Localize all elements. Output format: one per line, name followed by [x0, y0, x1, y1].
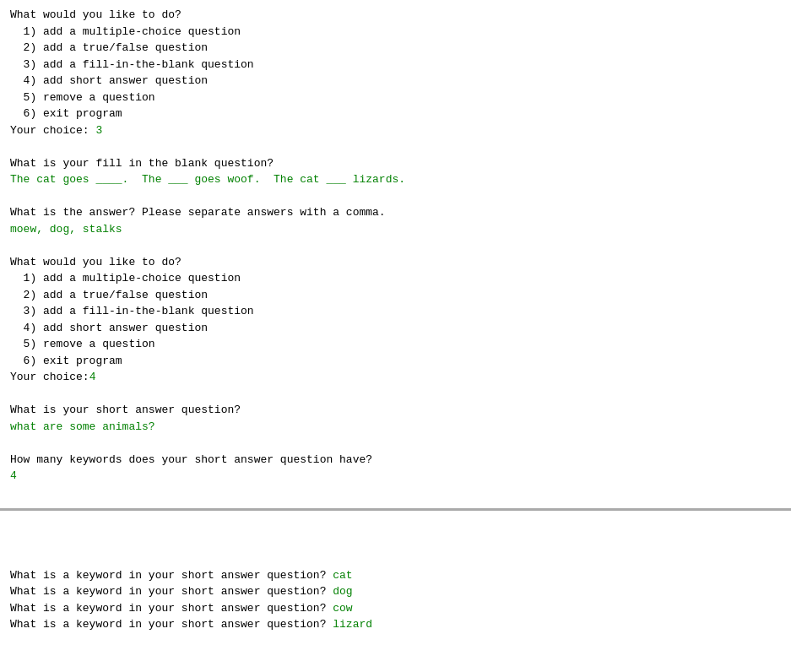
line-option-2a: 2) add a true/false question — [10, 40, 781, 57]
line-option-6a: 6) exit program — [10, 106, 781, 122]
keywords-count-input: 4 — [10, 468, 781, 485]
line-choice-2: Your choice:4 — [10, 369, 781, 386]
bottom-panel: What is a keyword in your short answer q… — [0, 511, 791, 672]
line-keyword-3: What is a keyword in your short answer q… — [10, 600, 781, 617]
line-short-answer-prompt: What is your short answer question? — [10, 402, 781, 419]
line-keyword-1: What is a keyword in your short answer q… — [10, 567, 781, 584]
short-answer-question-input: what are some animals? — [10, 419, 781, 436]
line-keyword-4: What is a keyword in your short answer q… — [10, 616, 781, 633]
line-option-1a: 1) add a multiple-choice question — [10, 24, 781, 41]
blank-4 — [10, 386, 781, 403]
line-option-5b: 5) remove a question — [10, 336, 781, 353]
blank-2 — [10, 188, 781, 205]
line-option-4b: 4) add short answer question — [10, 320, 781, 337]
line-option-1b: 1) add a multiple-choice question — [10, 270, 781, 287]
blank-7 — [10, 534, 781, 551]
line-option-3b: 3) add a fill-in-the-blank question — [10, 303, 781, 320]
keyword-2-input: dog — [333, 585, 352, 598]
top-panel: What would you like to do? 1) add a mult… — [0, 0, 791, 511]
line-option-6b: 6) exit program — [10, 353, 781, 370]
blank-1 — [10, 138, 781, 155]
user-choice-2: 4 — [89, 371, 96, 383]
line-option-5a: 5) remove a question — [10, 89, 781, 106]
terminal-window: What would you like to do? 1) add a mult… — [0, 0, 791, 672]
line-menu-prompt-2: What would you like to do? — [10, 254, 781, 271]
line-option-3a: 3) add a fill-in-the-blank question — [10, 57, 781, 73]
line-option-4a: 4) add short answer question — [10, 73, 781, 89]
user-choice-1: 3 — [95, 124, 102, 137]
fill-blank-question-input: The cat goes ____. The ___ goes woof. Th… — [10, 171, 781, 188]
keyword-4-input: lizard — [333, 618, 372, 631]
blank-6 — [10, 518, 781, 534]
blank-8 — [10, 550, 781, 567]
line-option-2b: 2) add a true/false question — [10, 287, 781, 304]
line-keyword-2: What is a keyword in your short answer q… — [10, 583, 781, 600]
line-answer-prompt: What is the answer? Please separate answ… — [10, 204, 781, 221]
blank-5 — [10, 435, 781, 452]
keyword-3-input: cow — [333, 602, 352, 615]
blank-3 — [10, 237, 781, 254]
line-choice-1: Your choice: 3 — [10, 122, 781, 139]
fill-blank-answers-input: moew, dog, stalks — [10, 221, 781, 238]
line-fill-blank-prompt: What is your fill in the blank question? — [10, 155, 781, 172]
line-menu-prompt-1: What would you like to do? — [10, 7, 781, 24]
keyword-1-input: cat — [333, 569, 352, 582]
line-keywords-prompt: How many keywords does your short answer… — [10, 452, 781, 469]
